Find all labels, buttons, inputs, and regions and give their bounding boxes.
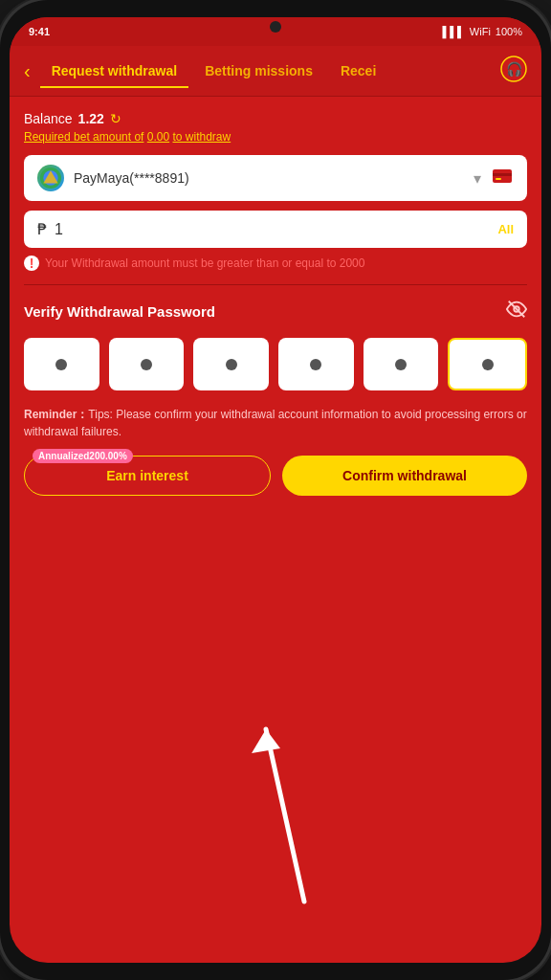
support-icon[interactable]: 🎧 <box>500 56 527 96</box>
refresh-icon[interactable]: ↻ <box>110 111 121 126</box>
required-bet-text: Required bet amount of 0.00 to withdraw <box>24 130 527 144</box>
password-dot-1[interactable] <box>24 338 99 390</box>
password-label: Verify Withdrawal Password <box>24 303 215 320</box>
amount-input[interactable] <box>55 221 497 238</box>
error-text: Your Withdrawal amount must be greater t… <box>45 256 364 270</box>
chevron-down-icon: ▾ <box>474 169 481 188</box>
dot-fill-1 <box>55 359 67 370</box>
amount-input-row: ₱ All <box>24 211 527 248</box>
svg-rect-5 <box>493 173 512 176</box>
password-dot-4[interactable] <box>278 338 354 390</box>
phone-frame: 9:41 ▌▌▌ WiFi 100% ‹ Request withdrawal … <box>0 0 551 980</box>
tab-request-withdrawal[interactable]: Request withdrawal <box>40 63 188 88</box>
dot-fill-5 <box>395 359 407 370</box>
error-icon: ! <box>24 256 39 271</box>
password-dots <box>24 338 527 390</box>
required-bet-amount: 0.00 <box>147 130 169 144</box>
earn-interest-badge: Annualized200.00% <box>33 449 133 463</box>
signal-icon: ▌▌▌ <box>442 26 464 37</box>
dot-fill-3 <box>226 359 237 370</box>
dot-fill-2 <box>141 359 152 370</box>
phone-screen: 9:41 ▌▌▌ WiFi 100% ‹ Request withdrawal … <box>10 17 541 963</box>
earn-interest-button[interactable]: Annualized200.00% Earn interest <box>24 456 271 496</box>
payment-logo <box>37 165 64 191</box>
svg-rect-6 <box>496 178 501 180</box>
payment-method-selector[interactable]: PayMaya(****8891) ▾ <box>24 155 527 201</box>
all-button[interactable]: All <box>497 222 514 236</box>
back-button[interactable]: ‹ <box>24 60 35 92</box>
svg-line-9 <box>266 729 304 902</box>
dot-fill-4 <box>310 359 321 370</box>
password-dot-5[interactable] <box>364 338 439 390</box>
error-message: ! Your Withdrawal amount must be greater… <box>24 256 527 271</box>
reminder-body: Tips: Please confirm your withdrawal acc… <box>24 408 527 438</box>
password-dot-6[interactable] <box>448 338 527 390</box>
password-dot-3[interactable] <box>193 338 269 390</box>
wifi-icon: WiFi <box>470 26 491 37</box>
reminder-prefix: Reminder： <box>24 408 88 421</box>
balance-section: Balance 1.22 ↻ Required bet amount of 0.… <box>24 111 527 144</box>
currency-symbol: ₱ <box>37 220 47 238</box>
payment-name: PayMaya(****8891) <box>74 170 474 186</box>
confirm-withdrawal-button[interactable]: Confirm withdrawal <box>282 456 527 496</box>
action-buttons: Annualized200.00% Earn interest Confirm … <box>24 456 527 496</box>
password-dot-2[interactable] <box>109 338 185 390</box>
battery-icon: 100% <box>496 26 522 37</box>
content-area: Balance 1.22 ↻ Required bet amount of 0.… <box>10 97 541 529</box>
balance-label: Balance <box>24 111 73 126</box>
balance-value: 1.22 <box>78 111 104 126</box>
status-right: ▌▌▌ WiFi 100% <box>442 26 522 37</box>
status-time: 9:41 <box>29 26 50 37</box>
password-section-header: Verify Withdrawal Password <box>24 299 527 324</box>
earn-interest-label: Earn interest <box>106 468 188 483</box>
divider <box>24 284 527 285</box>
svg-marker-10 <box>252 729 280 753</box>
dot-fill-6 <box>482 359 494 370</box>
nav-tabs: ‹ Request withdrawal Betting missions Re… <box>10 46 541 97</box>
eye-icon[interactable] <box>506 299 527 324</box>
svg-text:🎧: 🎧 <box>506 61 523 78</box>
reminder-text: Reminder：Tips: Please confirm your withd… <box>24 406 527 440</box>
arrow-annotation <box>247 701 342 915</box>
card-manage-icon[interactable] <box>491 165 514 191</box>
tab-receive[interactable]: Recei <box>329 63 387 88</box>
camera-notch <box>270 21 281 33</box>
tab-betting-missions[interactable]: Betting missions <box>193 63 324 88</box>
